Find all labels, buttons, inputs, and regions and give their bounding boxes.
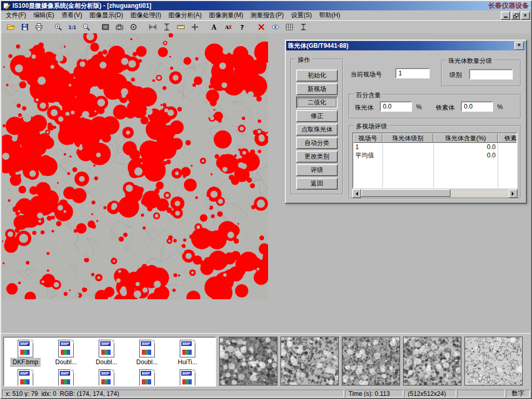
correct-button[interactable]: 修正 [296, 110, 338, 122]
scrollbar-track[interactable] [450, 189, 509, 197]
file-item-partial[interactable]: BMP [167, 369, 208, 387]
column-header[interactable]: 珠光体含量(%) [433, 134, 498, 143]
zoom-in-button[interactable] [51, 21, 65, 33]
file-item-partial[interactable]: BMP [86, 369, 127, 387]
gallery-panel: BMPDKF.bmpBMPDoubl...BMPDoubl...BMPDoubl… [1, 333, 531, 390]
page-fold-icon [30, 340, 33, 343]
preview-button[interactable] [269, 21, 282, 33]
title-bar[interactable]: IS100显微摄像系统(金相分析版) - [zhuguangti01] 长春仪器… [1, 1, 531, 10]
zoom-out-button[interactable] [79, 21, 93, 33]
specimen-image[interactable] [2, 33, 268, 299]
file-item-partial[interactable]: BMP [127, 369, 167, 387]
thumbnail-image[interactable] [403, 337, 461, 385]
menu-item[interactable]: 图像处理(I) [127, 10, 165, 20]
dialog-title-bar[interactable]: 珠光体(GB/T9441-88) × [286, 41, 525, 50]
target-button[interactable] [127, 21, 140, 33]
pearlite-percent-input[interactable] [380, 101, 412, 112]
menu-item[interactable]: 编辑(E) [30, 10, 58, 20]
file-name: DKF.bmp [11, 358, 39, 366]
file-item[interactable]: BMPDoubl... [127, 340, 167, 366]
scroll-left-button[interactable] [352, 189, 361, 198]
file-browser[interactable]: BMPDKF.bmpBMPDoubl...BMPDoubl...BMPDoubl… [3, 337, 216, 387]
delete-annotation-button[interactable]: A [221, 21, 235, 33]
minimize-icon [504, 17, 508, 18]
file-item[interactable]: BMPDoubl... [46, 340, 86, 366]
actual-size-button[interactable]: 1:1 [65, 21, 79, 33]
grade-button[interactable]: 评级 [296, 164, 338, 176]
file-item[interactable]: BMPDKF.bmp [5, 340, 46, 366]
restore-button[interactable] [511, 11, 520, 20]
mode-status: 数字 [506, 390, 530, 397]
save-button[interactable] [18, 21, 32, 33]
scroll-right-button[interactable] [509, 189, 517, 198]
return-button[interactable]: 返回 [296, 178, 338, 190]
delete-button[interactable] [255, 21, 268, 33]
cross-marker-button[interactable] [188, 21, 202, 33]
ruler-button[interactable] [174, 21, 188, 33]
caliper-icon [299, 23, 308, 31]
dialog-title: 珠光体(GB/T9441-88) [288, 42, 349, 50]
camera-button[interactable] [113, 21, 126, 33]
file-item-partial[interactable]: BMP [5, 369, 46, 387]
ferrite-percent-input[interactable] [461, 101, 493, 112]
bmp-file-icon: BMP [58, 340, 74, 357]
open-file-button[interactable] [4, 21, 18, 33]
initialize-button[interactable]: 初始化 [296, 70, 338, 82]
blank-status [457, 390, 505, 397]
change-class-button[interactable]: 更改类别 [296, 151, 338, 163]
menu-item[interactable]: 测量报告(P) [247, 10, 287, 20]
menu-bar: 文件(F)编辑(E)查看(V)图像显示(D)图像处理(I)图像分析(A)图像测量… [1, 10, 531, 20]
caliper-button[interactable] [297, 21, 310, 33]
help-button[interactable]: ? [235, 21, 249, 33]
level-input[interactable] [469, 69, 513, 79]
file-item[interactable]: BMPHuiTi... [167, 340, 208, 366]
table-row[interactable]: 10.0 [353, 143, 516, 151]
minimize-button[interactable] [501, 11, 510, 20]
page-fold-icon [192, 340, 195, 343]
current-field-input[interactable] [395, 68, 430, 78]
column-header[interactable]: 铁素 [498, 134, 517, 143]
grid-button[interactable] [283, 21, 296, 33]
measure-horizontal-button[interactable] [146, 21, 159, 33]
measure-vertical-button[interactable] [160, 21, 174, 33]
menu-item[interactable]: 设置(S) [287, 10, 315, 20]
thumbnail-image[interactable] [342, 337, 400, 385]
menu-item[interactable]: 图像分析(A) [165, 10, 205, 20]
thumbnail-image[interactable] [281, 337, 339, 385]
menu-item[interactable]: 帮助(H) [315, 10, 344, 20]
scrollbar-thumb[interactable] [361, 189, 450, 197]
bmp-badge: BMP [141, 371, 151, 376]
file-list: BMPDKF.bmpBMPDoubl...BMPDoubl...BMPDoubl… [4, 338, 215, 366]
new-field-button[interactable]: 新视场 [296, 83, 338, 95]
bmp-thumbnail-art [20, 350, 30, 355]
pick-pearlite-button[interactable]: 点取珠光体 [296, 124, 338, 136]
close-child-button[interactable]: × [521, 11, 530, 20]
menu-item[interactable]: 图像显示(D) [86, 10, 127, 20]
table-cell: 0.0 [433, 143, 498, 151]
menu-item[interactable]: 图像测量(M) [205, 10, 247, 20]
print-button[interactable] [32, 21, 46, 33]
camera-icon [115, 23, 124, 31]
capture-button[interactable] [99, 21, 112, 33]
file-list-row2: BMPBMPBMPBMPBMP [4, 367, 215, 387]
file-item-partial[interactable]: BMP [46, 369, 86, 387]
menu-item[interactable]: 查看(V) [58, 10, 86, 20]
menu-items: 文件(F)编辑(E)查看(V)图像显示(D)图像处理(I)图像分析(A)图像测量… [2, 10, 344, 20]
thumbnail-image[interactable] [219, 337, 277, 385]
table-row[interactable]: 平均值0.0 [353, 151, 516, 159]
rating-table: 视场号珠光体级别珠光体含量(%)铁素 10.0平均值0.0 [352, 132, 517, 189]
table-hscrollbar[interactable] [352, 189, 517, 197]
column-header[interactable]: 视场号 [353, 134, 382, 143]
file-item[interactable]: BMPDoubl... [86, 340, 127, 366]
bmp-badge: BMP [100, 371, 111, 376]
menu-item[interactable]: 文件(F) [2, 10, 30, 20]
auto-classify-button[interactable]: 自动分类 [296, 137, 338, 149]
toolbar-separator [249, 21, 254, 33]
column-header[interactable]: 珠光体级别 [382, 134, 433, 143]
binarize-button[interactable]: 二值化 [296, 97, 338, 109]
actual-size-icon: 1:1 [68, 23, 76, 31]
thumbnail-image[interactable] [464, 337, 523, 385]
annotate-text-button[interactable]: A [207, 21, 221, 33]
dialog-close-button[interactable]: × [514, 42, 524, 50]
bmp-file-icon: BMP [18, 340, 33, 357]
